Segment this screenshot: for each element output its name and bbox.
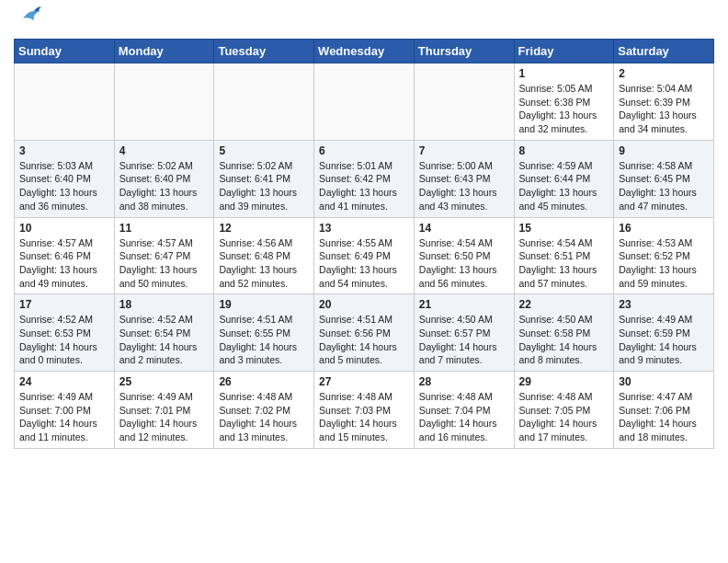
- day-number: 30: [619, 375, 709, 388]
- day-number: 16: [619, 222, 709, 235]
- day-cell: 15Sunrise: 4:54 AM Sunset: 6:51 PM Dayli…: [514, 217, 614, 294]
- week-row-5: 24Sunrise: 4:49 AM Sunset: 7:00 PM Dayli…: [15, 372, 714, 449]
- day-cell: 9Sunrise: 4:58 AM Sunset: 6:45 PM Daylig…: [614, 140, 714, 217]
- day-cell: 11Sunrise: 4:57 AM Sunset: 6:47 PM Dayli…: [114, 217, 214, 294]
- day-cell: 8Sunrise: 4:59 AM Sunset: 6:44 PM Daylig…: [514, 140, 614, 217]
- day-cell: 6Sunrise: 5:01 AM Sunset: 6:42 PM Daylig…: [314, 140, 415, 217]
- day-number: 11: [119, 222, 210, 235]
- day-cell: [214, 63, 314, 141]
- weekday-tuesday: Tuesday: [214, 40, 314, 63]
- day-number: 12: [219, 222, 309, 235]
- day-info: Sunrise: 5:00 AM Sunset: 6:43 PM Dayligh…: [419, 159, 509, 213]
- day-info: Sunrise: 5:04 AM Sunset: 6:39 PM Dayligh…: [619, 82, 709, 136]
- day-info: Sunrise: 4:51 AM Sunset: 6:56 PM Dayligh…: [319, 313, 409, 367]
- day-number: 25: [119, 375, 210, 388]
- day-info: Sunrise: 4:54 AM Sunset: 6:51 PM Dayligh…: [519, 236, 609, 291]
- day-info: Sunrise: 4:48 AM Sunset: 7:04 PM Dayligh…: [419, 390, 509, 444]
- day-cell: 25Sunrise: 4:49 AM Sunset: 7:01 PM Dayli…: [114, 372, 214, 449]
- day-info: Sunrise: 4:50 AM Sunset: 6:58 PM Dayligh…: [519, 313, 609, 367]
- day-info: Sunrise: 4:59 AM Sunset: 6:44 PM Dayligh…: [519, 159, 609, 213]
- day-number: 23: [619, 298, 709, 311]
- weekday-wednesday: Wednesday: [314, 40, 415, 63]
- day-info: Sunrise: 4:49 AM Sunset: 6:59 PM Dayligh…: [619, 313, 709, 367]
- day-cell: [314, 63, 415, 141]
- title-area: [43, 9, 714, 11]
- day-number: 14: [419, 222, 509, 235]
- day-info: Sunrise: 4:58 AM Sunset: 6:45 PM Dayligh…: [619, 159, 709, 213]
- day-info: Sunrise: 4:48 AM Sunset: 7:05 PM Dayligh…: [519, 390, 609, 444]
- day-cell: 23Sunrise: 4:49 AM Sunset: 6:59 PM Dayli…: [614, 294, 714, 372]
- day-info: Sunrise: 4:52 AM Sunset: 6:53 PM Dayligh…: [19, 313, 109, 367]
- day-cell: 16Sunrise: 4:53 AM Sunset: 6:52 PM Dayli…: [614, 217, 714, 294]
- day-cell: 30Sunrise: 4:47 AM Sunset: 7:06 PM Dayli…: [614, 372, 714, 449]
- day-cell: 29Sunrise: 4:48 AM Sunset: 7:05 PM Dayli…: [514, 372, 614, 449]
- day-cell: 21Sunrise: 4:50 AM Sunset: 6:57 PM Dayli…: [414, 294, 514, 372]
- day-info: Sunrise: 5:02 AM Sunset: 6:41 PM Dayligh…: [219, 159, 309, 213]
- day-info: Sunrise: 4:47 AM Sunset: 7:06 PM Dayligh…: [619, 390, 709, 444]
- day-info: Sunrise: 5:01 AM Sunset: 6:42 PM Dayligh…: [319, 159, 409, 213]
- weekday-friday: Friday: [514, 40, 614, 63]
- day-cell: 7Sunrise: 5:00 AM Sunset: 6:43 PM Daylig…: [414, 140, 514, 217]
- week-row-2: 3Sunrise: 5:03 AM Sunset: 6:40 PM Daylig…: [15, 140, 714, 217]
- day-cell: 20Sunrise: 4:51 AM Sunset: 6:56 PM Dayli…: [314, 294, 415, 372]
- day-info: Sunrise: 5:05 AM Sunset: 6:38 PM Dayligh…: [519, 82, 609, 136]
- day-info: Sunrise: 5:02 AM Sunset: 6:40 PM Dayligh…: [119, 159, 210, 213]
- weekday-header-row: SundayMondayTuesdayWednesdayThursdayFrid…: [15, 40, 714, 63]
- day-number: 9: [619, 144, 709, 157]
- day-cell: 19Sunrise: 4:51 AM Sunset: 6:55 PM Dayli…: [214, 294, 314, 372]
- weekday-monday: Monday: [114, 40, 214, 63]
- day-number: 13: [319, 222, 409, 235]
- day-info: Sunrise: 4:57 AM Sunset: 6:47 PM Dayligh…: [119, 236, 210, 291]
- day-info: Sunrise: 4:51 AM Sunset: 6:55 PM Dayligh…: [219, 313, 309, 367]
- day-number: 5: [219, 144, 309, 157]
- weekday-saturday: Saturday: [614, 40, 714, 63]
- day-cell: [15, 63, 115, 141]
- day-info: Sunrise: 4:48 AM Sunset: 7:02 PM Dayligh…: [219, 390, 309, 444]
- day-number: 21: [419, 298, 509, 311]
- week-row-1: 1Sunrise: 5:05 AM Sunset: 6:38 PM Daylig…: [15, 63, 714, 141]
- day-number: 20: [319, 298, 409, 311]
- day-info: Sunrise: 4:49 AM Sunset: 7:01 PM Dayligh…: [119, 390, 210, 444]
- day-cell: 12Sunrise: 4:56 AM Sunset: 6:48 PM Dayli…: [214, 217, 314, 294]
- day-number: 15: [519, 222, 609, 235]
- day-cell: 18Sunrise: 4:52 AM Sunset: 6:54 PM Dayli…: [114, 294, 214, 372]
- day-number: 18: [119, 298, 210, 311]
- weekday-sunday: Sunday: [15, 40, 115, 63]
- logo-bird-icon: [16, 2, 43, 33]
- day-cell: 28Sunrise: 4:48 AM Sunset: 7:04 PM Dayli…: [414, 372, 514, 449]
- day-number: 8: [519, 144, 609, 157]
- day-cell: [114, 63, 214, 141]
- day-number: 1: [519, 67, 609, 80]
- day-cell: 14Sunrise: 4:54 AM Sunset: 6:50 PM Dayli…: [414, 217, 514, 294]
- day-cell: 4Sunrise: 5:02 AM Sunset: 6:40 PM Daylig…: [114, 140, 214, 217]
- day-cell: 27Sunrise: 4:48 AM Sunset: 7:03 PM Dayli…: [314, 372, 415, 449]
- day-info: Sunrise: 4:54 AM Sunset: 6:50 PM Dayligh…: [419, 236, 509, 291]
- day-number: 24: [19, 375, 109, 388]
- day-cell: 24Sunrise: 4:49 AM Sunset: 7:00 PM Dayli…: [15, 372, 115, 449]
- day-number: 22: [519, 298, 609, 311]
- day-cell: 2Sunrise: 5:04 AM Sunset: 6:39 PM Daylig…: [614, 63, 714, 141]
- day-number: 26: [219, 375, 309, 388]
- day-cell: 5Sunrise: 5:02 AM Sunset: 6:41 PM Daylig…: [214, 140, 314, 217]
- day-cell: 13Sunrise: 4:55 AM Sunset: 6:49 PM Dayli…: [314, 217, 415, 294]
- day-info: Sunrise: 4:57 AM Sunset: 6:46 PM Dayligh…: [19, 236, 109, 291]
- day-info: Sunrise: 5:03 AM Sunset: 6:40 PM Dayligh…: [19, 159, 109, 213]
- day-number: 17: [19, 298, 109, 311]
- day-number: 19: [219, 298, 309, 311]
- day-info: Sunrise: 4:48 AM Sunset: 7:03 PM Dayligh…: [319, 390, 409, 444]
- week-row-3: 10Sunrise: 4:57 AM Sunset: 6:46 PM Dayli…: [15, 217, 714, 294]
- day-number: 4: [119, 144, 210, 157]
- day-number: 29: [519, 375, 609, 388]
- day-number: 7: [419, 144, 509, 157]
- week-row-4: 17Sunrise: 4:52 AM Sunset: 6:53 PM Dayli…: [15, 294, 714, 372]
- day-cell: 10Sunrise: 4:57 AM Sunset: 6:46 PM Dayli…: [15, 217, 115, 294]
- day-info: Sunrise: 4:49 AM Sunset: 7:00 PM Dayligh…: [19, 390, 109, 444]
- day-info: Sunrise: 4:55 AM Sunset: 6:49 PM Dayligh…: [319, 236, 409, 291]
- day-cell: 22Sunrise: 4:50 AM Sunset: 6:58 PM Dayli…: [514, 294, 614, 372]
- day-cell: 3Sunrise: 5:03 AM Sunset: 6:40 PM Daylig…: [15, 140, 115, 217]
- calendar-table: SundayMondayTuesdayWednesdayThursdayFrid…: [14, 39, 714, 449]
- logo: [14, 9, 43, 33]
- day-number: 27: [319, 375, 409, 388]
- day-cell: 26Sunrise: 4:48 AM Sunset: 7:02 PM Dayli…: [214, 372, 314, 449]
- day-info: Sunrise: 4:52 AM Sunset: 6:54 PM Dayligh…: [119, 313, 210, 367]
